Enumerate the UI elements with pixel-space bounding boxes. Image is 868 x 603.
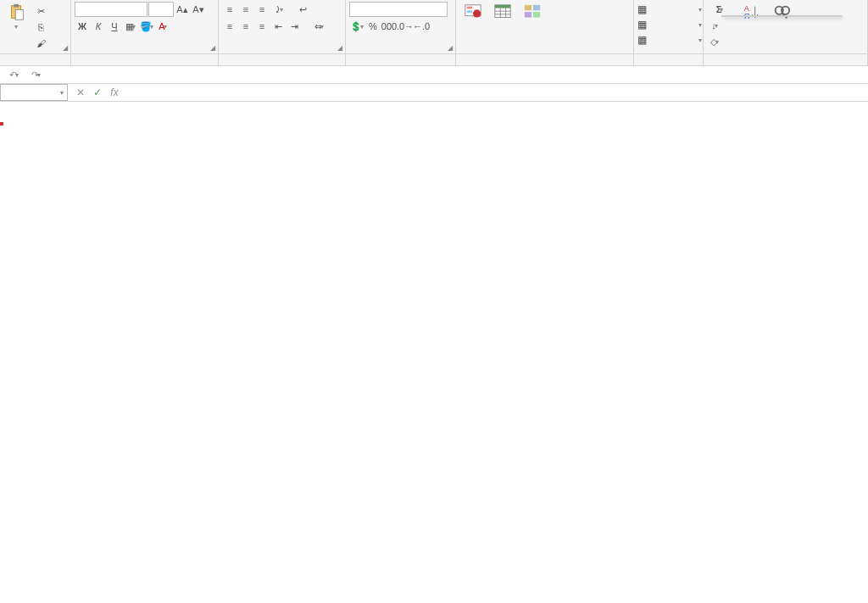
merge-center-button[interactable]: ⇔▾ (303, 19, 335, 34)
chevron-down-icon: ▾ (14, 23, 18, 31)
quick-access-toolbar: ↶▾ ↷▾ (0, 66, 868, 83)
undo-button[interactable]: ↶▾ (5, 67, 22, 82)
italic-button[interactable]: К (91, 19, 106, 34)
svg-rect-15 (525, 12, 531, 17)
group-styles (456, 0, 634, 53)
align-left-button[interactable]: ≡ (222, 19, 237, 34)
format-painter-button[interactable]: 🖌 (33, 36, 48, 51)
currency-button[interactable]: 💲▾ (349, 19, 364, 34)
format-button[interactable] (652, 32, 699, 47)
svg-rect-16 (533, 12, 540, 17)
svg-rect-5 (467, 10, 472, 13)
cell-styles-button[interactable] (519, 2, 546, 25)
align-top-button[interactable]: ≡ (222, 2, 237, 17)
clipboard-group-label (0, 54, 71, 65)
redo-button[interactable]: ↷▾ (27, 67, 44, 82)
number-launcher[interactable]: ◢ (446, 44, 454, 53)
fill-button[interactable]: ↓▾ (707, 18, 722, 33)
clipboard-launcher[interactable]: ◢ (61, 44, 70, 53)
sort-icon: АЯ (742, 3, 762, 22)
paste-icon (7, 3, 27, 22)
svg-rect-8 (495, 5, 510, 8)
delete-button[interactable] (652, 17, 699, 32)
ribbon: ▾ ✂ ⎘ 🖌 ◢ A▴ A▾ Ж К Ч ▦▾ 🪣▾ (0, 0, 868, 54)
svg-rect-2 (15, 9, 23, 20)
align-center-button[interactable]: ≡ (238, 19, 253, 34)
cells-group-label (634, 54, 704, 65)
number-group-label (346, 54, 456, 65)
bold-button[interactable]: Ж (75, 19, 90, 34)
copy-button[interactable]: ⎘ (33, 20, 48, 35)
find-icon (771, 3, 792, 22)
group-alignment: ≡ ≡ ≡ ⤸▾ ↩ ≡ ≡ ≡ ⇤ ⇥ ⇔▾ ◢ (219, 0, 346, 53)
number-format-select[interactable] (349, 2, 448, 17)
svg-rect-14 (533, 5, 540, 10)
name-box[interactable]: ▾ (0, 84, 68, 101)
wrap-text-button[interactable]: ↩ (287, 2, 319, 17)
svg-rect-13 (525, 5, 531, 10)
fx-button[interactable]: fx (107, 85, 122, 100)
decrease-indent-button[interactable]: ⇤ (270, 19, 286, 34)
increase-indent-button[interactable]: ⇥ (287, 19, 302, 34)
align-bottom-button[interactable]: ≡ (254, 2, 270, 17)
svg-rect-1 (14, 4, 19, 8)
autosum-menu (721, 15, 842, 17)
cancel-formula-button[interactable]: ✕ (73, 85, 88, 100)
group-cells: ▦▾ ▦▾ ▦▾ (634, 0, 704, 53)
styles-group-label (456, 54, 634, 65)
increase-decimal-button[interactable]: .0→ (398, 19, 413, 34)
enter-formula-button[interactable]: ✓ (90, 85, 105, 100)
group-font: A▴ A▾ Ж К Ч ▦▾ 🪣▾ A▾ ◢ (71, 0, 219, 53)
font-color-button[interactable]: A▾ (155, 19, 170, 34)
decrease-decimal-button[interactable]: ←.0 (414, 19, 429, 34)
font-size-select[interactable] (148, 2, 174, 17)
group-editing: Σ▾ ↓▾ ◇▾ АЯ (704, 0, 868, 53)
chevron-down-icon: ▾ (60, 89, 64, 97)
orientation-button[interactable]: ⤸▾ (270, 2, 286, 17)
decrease-font-button[interactable]: A▾ (191, 2, 206, 17)
group-number: 💲▾ % 000 .0→ ←.0 ◢ (346, 0, 456, 53)
fill-color-button[interactable]: 🪣▾ (139, 19, 154, 34)
font-name-select[interactable] (75, 2, 147, 17)
alignment-group-label (219, 54, 346, 65)
font-group-label (71, 54, 219, 65)
comma-button[interactable]: 000 (381, 19, 397, 34)
align-right-button[interactable]: ≡ (254, 19, 270, 34)
find-select-button[interactable] (768, 2, 795, 24)
table-icon (492, 3, 513, 22)
group-labels-row (0, 54, 868, 66)
align-middle-button[interactable]: ≡ (238, 2, 253, 17)
group-clipboard: ▾ ✂ ⎘ 🖌 ◢ (0, 0, 71, 53)
sort-filter-button[interactable]: АЯ (738, 2, 765, 24)
clear-button[interactable]: ◇▾ (707, 34, 722, 49)
cut-button[interactable]: ✂ (33, 3, 48, 19)
paste-button[interactable]: ▾ (3, 2, 31, 32)
summary-highlight-box (0, 122, 3, 126)
cell-styles-icon (522, 3, 542, 22)
conditional-format-button[interactable] (459, 2, 487, 25)
formula-bar: ▾ ✕ ✓ fx (0, 83, 868, 102)
percent-button[interactable]: % (365, 19, 381, 34)
alignment-launcher[interactable]: ◢ (336, 44, 344, 53)
font-launcher[interactable]: ◢ (209, 44, 217, 53)
increase-font-button[interactable]: A▴ (175, 2, 190, 17)
insert-button[interactable] (652, 2, 699, 17)
svg-rect-4 (467, 7, 472, 9)
borders-button[interactable]: ▦▾ (123, 19, 138, 34)
format-as-table-button[interactable] (489, 2, 516, 25)
cond-format-icon (463, 3, 483, 22)
formula-input[interactable] (122, 84, 868, 101)
underline-button[interactable]: Ч (107, 19, 122, 34)
